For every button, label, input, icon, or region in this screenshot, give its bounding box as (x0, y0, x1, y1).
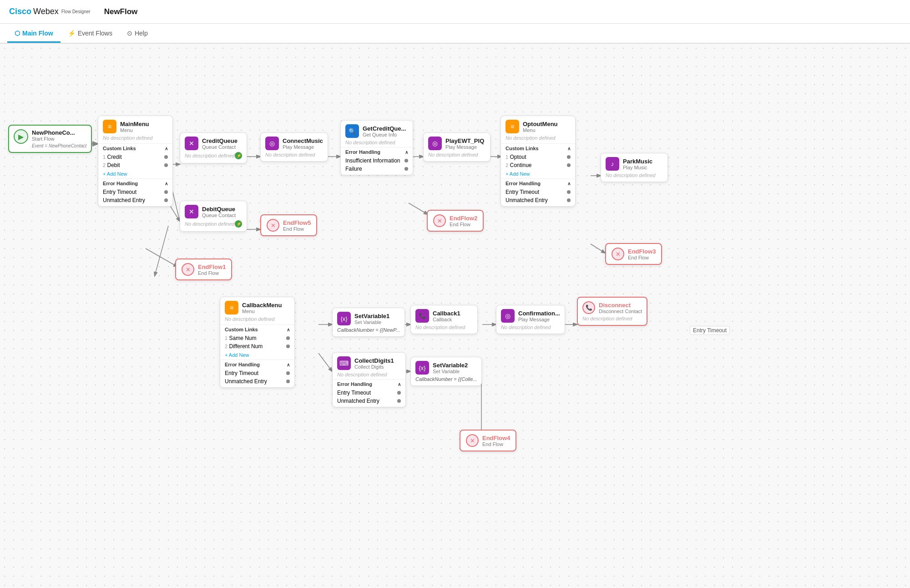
error-handling-label1: Error Handling (103, 181, 138, 186)
credit-queue-subtitle: Queue Contact (202, 144, 238, 150)
connect-music-node[interactable]: ◎ ConnectMusic Play Message No descripti… (260, 132, 328, 162)
start-subtitle: Start Flow (32, 136, 86, 142)
flow-designer-label: Flow Designer (61, 10, 91, 14)
callback-error-label: Error Handling (225, 362, 260, 367)
optout-menu-subtitle: Menu (523, 127, 558, 133)
disconnect-subtitle: Disconnect Contact (599, 309, 642, 314)
get-credit-queue-node[interactable]: 🔍 GetCreditQue... Get Queue Info No desc… (340, 120, 413, 175)
callback-menu-icon: ≡ (225, 301, 238, 314)
tab-main-flow[interactable]: ⬡ Main Flow (7, 25, 61, 43)
end-flow-4: ✕ EndFlow4 End Flow (460, 430, 516, 451)
main-menu-title: MainMenu (120, 121, 149, 127)
connect-music-desc: No description defined (261, 152, 328, 161)
link-credit: 1 Credit (103, 153, 168, 161)
set-variable-2-node[interactable]: {x} SetVariable2 Set Variable CallbackNu… (410, 357, 482, 386)
collect-digits-title: CollectDigits1 (354, 357, 394, 364)
callback-custom-links: Custom Links (225, 327, 258, 332)
callback-entry-timeout: Entry Timeout (225, 369, 290, 377)
set-var1-title: SetVariable1 (354, 313, 389, 319)
cd-entry-timeout: Entry Timeout (337, 389, 401, 397)
cisco-logo: Cisco (9, 7, 31, 16)
get-credit-subtitle: Get Queue Info (363, 132, 406, 137)
play-ewt-desc: No description defined (424, 152, 490, 161)
collect-digits-icon: ⌨ (337, 356, 351, 370)
logo: Cisco Webex Flow Designer (9, 7, 91, 16)
end-flow-5: ✕ EndFlow5 End Flow (260, 214, 317, 236)
set-variable-1-node[interactable]: {x} SetVariable1 Set Variable CallbackNu… (332, 308, 405, 337)
link-optout: 1 Optout (506, 153, 571, 161)
error-entry-timeout-main: Entry Timeout (103, 188, 168, 196)
callback-menu-node[interactable]: ≡ CallbackMenu Menu No description defin… (220, 297, 295, 388)
disconnect-node[interactable]: 📞 Disconnect Disconnect Contact No descr… (577, 297, 647, 326)
tab-help[interactable]: ⊙ Help (120, 25, 155, 41)
connect-music-title: ConnectMusic (283, 137, 323, 144)
play-ewt-title: PlayEWT_PIQ (445, 137, 484, 144)
callback-menu-desc: No description defined (220, 316, 294, 324)
collect-digits-1-node[interactable]: ⌨ CollectDigits1 Collect Digits No descr… (332, 352, 406, 407)
endflow2-subtitle: End Flow (450, 222, 477, 227)
disconnect-icon: 📞 (582, 301, 595, 314)
park-music-node[interactable]: ♪ ParkMusic Play Music No description de… (601, 153, 668, 182)
callback-unmatched-entry: Unmatched Entry (225, 377, 290, 387)
park-music-title: ParkMusic (623, 158, 652, 165)
callback1-desc: No description defined (411, 324, 477, 334)
svg-line-15 (318, 353, 332, 371)
endflow3-subtitle: End Flow (628, 255, 656, 260)
set-var2-icon: {x} (415, 361, 429, 375)
connect-music-icon: ◎ (265, 137, 279, 150)
collect-digits-desc: No description defined (333, 372, 405, 379)
entry-timeout-label: Entry Timeout (690, 326, 730, 335)
debit-queue-desc: No description defined ⚡ (180, 220, 247, 231)
debit-queue-node[interactable]: ✕ DebitQueue Queue Contact No descriptio… (180, 201, 247, 232)
add-new-optout[interactable]: + Add New (506, 169, 571, 178)
credit-queue-node[interactable]: ✕ CreditQueue Queue Contact No descripti… (180, 132, 247, 163)
connect-music-subtitle: Play Message (283, 144, 323, 150)
debit-queue-subtitle: Queue Contact (202, 213, 236, 218)
optout-menu-icon: ≡ (506, 120, 519, 133)
disconnect-title: Disconnect (599, 302, 642, 309)
add-new-main-menu[interactable]: + Add New (103, 169, 168, 178)
callback1-subtitle: Callback (433, 317, 460, 322)
endflow3-title: EndFlow3 (628, 248, 656, 255)
svg-line-10 (146, 248, 177, 267)
error-insufficient: Insufficient Information (345, 157, 408, 165)
park-music-desc: No description defined (601, 172, 667, 182)
disconnect-desc: No description defined (582, 314, 642, 321)
main-menu-node[interactable]: ≡ MainMenu Menu No description defined C… (98, 116, 173, 207)
add-new-callback[interactable]: + Add New (225, 350, 290, 360)
svg-line-8 (155, 226, 168, 276)
endflow4-subtitle: End Flow (482, 441, 510, 447)
optout-menu-node[interactable]: ≡ OptoutMenu Menu No description defined… (500, 116, 576, 207)
confirmation-title: Confirmation... (518, 310, 560, 317)
park-music-icon: ♪ (606, 157, 619, 171)
collect-digits-subtitle: Collect Digits (354, 364, 394, 370)
optout-error-label: Error Handling (506, 181, 541, 186)
end-flow-3: ✕ EndFlow3 End Flow (605, 243, 662, 265)
confirmation-desc: No description defined (496, 324, 565, 334)
set-var2-subtitle: Set Variable (433, 369, 468, 374)
collect-digits-error-label: Error Handling (337, 381, 372, 387)
play-ewt-icon: ◎ (428, 137, 442, 150)
callback-menu-title: CallbackMenu (242, 302, 282, 309)
endflow1-subtitle: End Flow (198, 270, 226, 276)
nav-tabs: ⬡ Main Flow ⚡ Event Flows ⊙ Help (0, 24, 910, 44)
get-credit-icon: 🔍 (345, 124, 359, 138)
main-menu-desc: No description defined (98, 135, 172, 143)
start-icon: ▶ (14, 129, 28, 144)
error-failure: Failure (345, 165, 408, 175)
endflow1-title: EndFlow1 (198, 264, 226, 270)
confirmation-subtitle: Play Message (518, 317, 560, 322)
tab-event-flows[interactable]: ⚡ Event Flows (61, 25, 120, 41)
credit-queue-icon: ✕ (185, 137, 198, 150)
start-title: NewPhoneCo... (32, 129, 86, 136)
optout-custom-links-label: Custom Links (506, 146, 539, 151)
callback-1-node[interactable]: 📞 Callback1 Callback No description defi… (410, 305, 478, 334)
confirmation-node[interactable]: ◎ Confirmation... Play Message No descri… (496, 305, 565, 334)
end-flow-2: ✕ EndFlow2 End Flow (427, 210, 484, 232)
error-unmatched-main: Unmatched Entry (103, 196, 168, 206)
event-flows-icon: ⚡ (68, 30, 76, 37)
park-music-subtitle: Play Music (623, 165, 652, 170)
play-ewt-node[interactable]: ◎ PlayEWT_PIQ Play Message No descriptio… (423, 132, 490, 162)
endflow4-title: EndFlow4 (482, 435, 510, 441)
confirmation-icon: ◎ (501, 309, 515, 323)
